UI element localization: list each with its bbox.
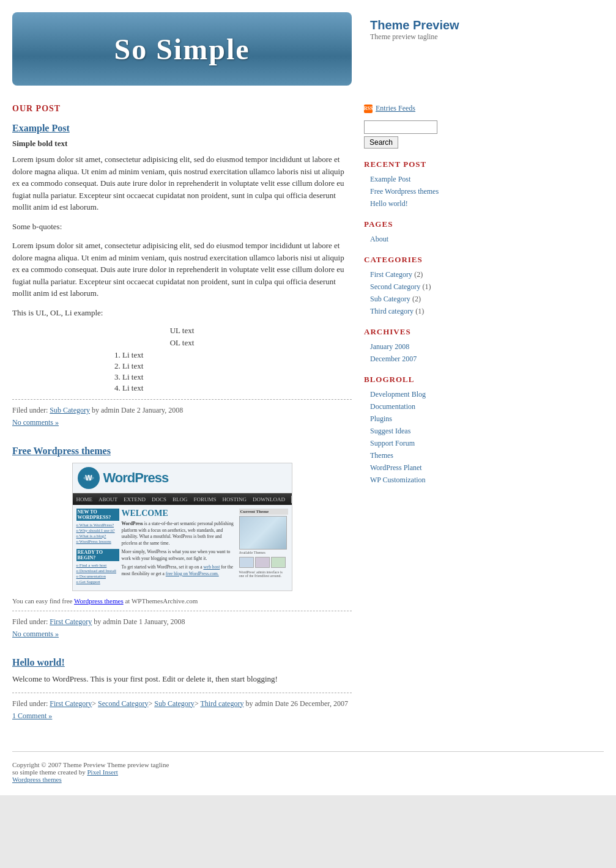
wp-nav-extend: EXTEND: [124, 496, 146, 502]
cat-link-second[interactable]: Second Category: [98, 699, 148, 708]
blogroll-link-7[interactable]: WordPress Planet: [370, 463, 422, 472]
blogroll-link-1[interactable]: Development Blog: [370, 390, 426, 399]
cat-link-3[interactable]: Sub Category: [370, 295, 410, 303]
wp-para-2: More simply, WordPress is what you use w…: [122, 549, 237, 562]
archive-link-1[interactable]: January 2008: [370, 342, 409, 351]
ul-ol-label: This is UL, OL, Li example:: [12, 307, 352, 319]
wp-nav-forums: FORUMS: [194, 496, 217, 502]
header-area: So Simple: [12, 12, 352, 86]
post-title-link-wp[interactable]: Free Wordpress themes: [12, 446, 111, 456]
category-link-sub[interactable]: Sub Category: [50, 406, 90, 414]
blogroll-link-6[interactable]: Themes: [370, 451, 393, 460]
post-hello-world: Hello world! Welcome to WordPress. This …: [12, 657, 352, 721]
sidebar-pages: PAGES About: [364, 219, 486, 244]
list-item: Li text: [122, 383, 352, 393]
wp-sidebar-title-2: READY TO BEGIN?: [76, 549, 119, 561]
wp-right-panel: Current Theme Available Themes WordPress…: [239, 509, 288, 587]
blogroll-link-3[interactable]: Plugins: [370, 414, 392, 423]
wp-link-3[interactable]: o What is a blog?: [76, 534, 119, 539]
main-content: OUR POST Example Post Simple bold text L…: [12, 104, 352, 739]
archive-link-2[interactable]: December 2007: [370, 355, 417, 363]
wp-nav-download: DOWNLOAD: [253, 496, 285, 502]
footer-pixel-insert-link[interactable]: Pixel Insert: [87, 768, 118, 776]
wp-current-theme-label: Current Theme: [239, 509, 288, 515]
wp-caption: You can easy find free Wordpress themes …: [12, 597, 352, 605]
rss-link[interactable]: Entries Feeds: [376, 104, 415, 113]
wp-sidebar-title: NEW TO WORDPRESS?: [76, 509, 119, 521]
site-tagline: Theme preview tagline: [370, 32, 492, 42]
wp-link-7[interactable]: o Documentation: [76, 574, 119, 579]
cat-link-sub[interactable]: Sub Category: [154, 699, 195, 708]
recent-post-link-2[interactable]: Free Wordpress themes: [370, 187, 439, 196]
list-item: Sub Category (2): [370, 294, 486, 304]
wp-link-8[interactable]: o Get Support: [76, 579, 119, 584]
cat-link-1[interactable]: First Category: [370, 270, 412, 279]
blogroll-link-5[interactable]: Support Forum: [370, 439, 415, 447]
wp-search-input[interactable]: [291, 496, 292, 503]
list-item: Li text: [122, 361, 352, 371]
rss-section: RSS Entries Feeds: [364, 104, 486, 113]
sidebar-archives: ARCHIVES January 2008 December 2007: [364, 327, 486, 364]
wp-link-4[interactable]: o WordPress lessons: [76, 539, 119, 544]
wp-nav-bar: HOME ABOUT EXTEND DOCS BLOG FORUMS HOSTI…: [73, 493, 292, 505]
cat-link-first[interactable]: First Category: [50, 699, 92, 708]
wp-welcome-title: WELCOME: [122, 509, 237, 518]
list-item: Hello world!: [370, 199, 486, 208]
paragraph-3: Lorem ipsum dolor sit amet, consectetur …: [12, 240, 352, 300]
list-item: Third category (1): [370, 306, 486, 316]
wp-available-themes: Available Themes: [239, 551, 288, 554]
post-body-hello: Welcome to WordPress. This is your first…: [12, 673, 352, 685]
cat-count-1: (2): [414, 270, 423, 279]
list-item: First Category (2): [370, 270, 486, 279]
recent-post-link-1[interactable]: Example Post: [370, 175, 410, 183]
list-item: WordPress Planet: [370, 463, 486, 473]
categories-title: CATEGORIES: [364, 255, 486, 265]
recent-post-link-3[interactable]: Hello world!: [370, 199, 408, 208]
wp-nav-home: HOME: [76, 496, 93, 502]
search-button[interactable]: Search: [364, 136, 398, 149]
cat-link-third[interactable]: Third category: [200, 699, 243, 708]
wp-link-5[interactable]: o Find a web host: [76, 563, 119, 568]
pages-link-about[interactable]: About: [370, 235, 388, 243]
footer-copyright: Copyright © 2007 Theme Preview Theme pre…: [12, 761, 604, 768]
wp-link-1[interactable]: o What is WordPress?: [76, 523, 119, 528]
list-item: About: [370, 234, 486, 244]
post-example: Example Post Simple bold text Lorem ipsu…: [12, 123, 352, 427]
comments-hello: 1 Comment »: [12, 711, 352, 721]
post-title-link-example[interactable]: Example Post: [12, 123, 70, 133]
post-title-link-hello[interactable]: Hello world!: [12, 657, 65, 668]
no-comments-example: No comments »: [12, 417, 352, 427]
cat-link-2[interactable]: Second Category: [370, 282, 420, 291]
blogroll-link-4[interactable]: Suggest Ideas: [370, 427, 410, 435]
wp-themes-link[interactable]: Wordpress themes: [74, 597, 124, 605]
blogroll-link-2[interactable]: Documentation: [370, 402, 415, 411]
wp-admin-note: WordPress' admin interface is one of the…: [239, 570, 288, 578]
cat-link-4[interactable]: Third category: [370, 307, 414, 315]
wp-logo-icon: W: [81, 471, 96, 485]
category-link-first[interactable]: First Category: [50, 617, 92, 626]
list-item: Free Wordpress themes: [370, 186, 486, 196]
wp-link-2[interactable]: o Why should I use it?: [76, 528, 119, 533]
sidebar-recent-post: RECENT POST Example Post Free Wordpress …: [364, 160, 486, 208]
post-wp-themes: Free Wordpress themes W WordPres: [12, 446, 352, 639]
cat-count-2: (1): [423, 282, 431, 291]
post-divider-2: [12, 611, 352, 611]
footer-wp-themes-link[interactable]: Wordpress themes: [12, 776, 62, 783]
wp-para-1: WordPress is a state-of-the-art semantic…: [122, 521, 237, 546]
list-item: Second Category (1): [370, 282, 486, 292]
paragraph-1: Lorem ipsum dolor sit amet, consectetur …: [12, 153, 352, 213]
li-list: Li text Li text Li text Li text: [122, 350, 352, 393]
header-banner: So Simple: [12, 12, 352, 86]
search-box: Search: [364, 120, 486, 149]
post-title-example: Example Post: [12, 123, 352, 134]
footer-theme-credit: so simple theme created by Pixel Insert: [12, 768, 604, 776]
blogroll-link-8[interactable]: WP Customization: [370, 476, 426, 484]
wp-nav-docs: DOCS: [152, 496, 166, 502]
search-input[interactable]: [364, 120, 437, 134]
wp-link-6[interactable]: o Download and Install: [76, 568, 119, 573]
list-item: December 2007: [370, 354, 486, 364]
cat-count-4: (1): [415, 307, 424, 315]
list-item: Plugins: [370, 414, 486, 424]
cat-count-3: (2): [412, 295, 421, 303]
blogroll-title: Blogroll: [364, 375, 486, 384]
